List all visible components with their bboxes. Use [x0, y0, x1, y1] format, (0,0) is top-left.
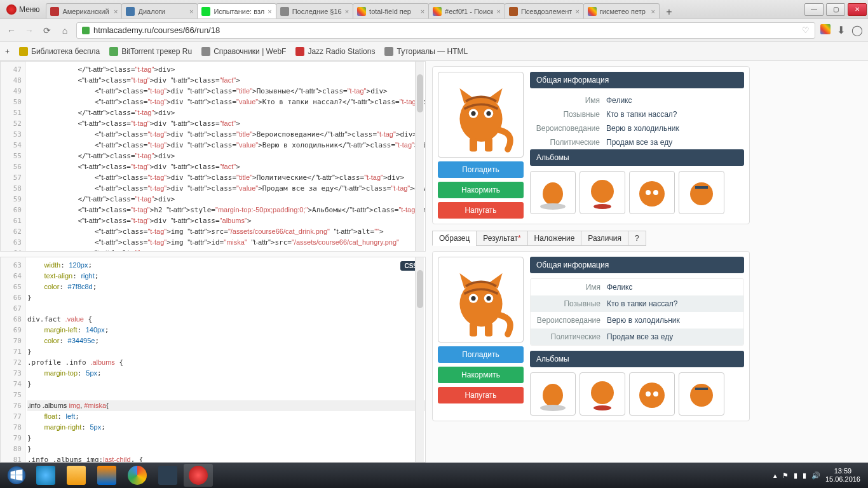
close-icon[interactable]: ×: [345, 8, 349, 15]
tray-volume-icon[interactable]: 🔊: [811, 471, 820, 480]
close-icon[interactable]: ×: [651, 8, 654, 15]
general-info-header: Общая информация: [530, 72, 744, 88]
profile-icon[interactable]: ◯: [851, 24, 863, 36]
albums-row: [530, 372, 744, 416]
tab-help[interactable]: ?: [628, 231, 646, 246]
profile-card: Погладить Накормить Напугать Общая инфор…: [432, 66, 750, 224]
feed-button[interactable]: Накормить: [438, 367, 524, 383]
svg-rect-6: [485, 138, 492, 152]
add-bookmark-button[interactable]: +: [5, 47, 10, 56]
tab-sample[interactable]: Образец: [432, 231, 477, 246]
tab-result[interactable]: Результат*: [476, 231, 527, 246]
svg-point-26: [593, 405, 611, 410]
album-thumb[interactable]: [629, 372, 675, 416]
cat-avatar-icon: [443, 77, 519, 153]
tab-american[interactable]: Американский×: [46, 3, 122, 18]
css-editor[interactable]: CSS 63 64 65 66 67 68 69 70 71 72 73 74 …: [0, 257, 426, 463]
close-icon[interactable]: ×: [189, 8, 193, 15]
svg-point-9: [591, 180, 614, 203]
general-info-header: Общая информация: [530, 257, 744, 273]
tab-diff[interactable]: Различия: [581, 231, 628, 246]
css-code-body[interactable]: width: 120px; text-align: right; color: …: [27, 257, 425, 463]
bookmark-bittorrent[interactable]: BitTorrent трекер Ru: [109, 47, 192, 56]
html-editor[interactable]: 47 48 49 50 51 52 53 54 55 56 57 58 59 6…: [0, 61, 426, 252]
opera-menu-button[interactable]: Меню: [0, 0, 46, 18]
scrollbar[interactable]: [415, 62, 424, 251]
forward-button[interactable]: →: [23, 24, 36, 37]
home-button[interactable]: ⌂: [58, 24, 71, 37]
tray-flag-icon[interactable]: ⚑: [782, 471, 789, 480]
svg-point-20: [486, 296, 491, 301]
avatar: [438, 72, 524, 158]
address-bar: ← → ⟳ ⌂ htmlacademy.ru/courses/66/run/18…: [0, 19, 868, 42]
minimize-button[interactable]: —: [804, 3, 824, 16]
cat-avatar-icon: [443, 262, 519, 338]
scare-button[interactable]: Напугать: [438, 202, 524, 219]
close-icon[interactable]: ×: [496, 8, 500, 15]
svg-point-12: [646, 190, 651, 195]
album-thumb[interactable]: [580, 372, 625, 416]
taskbar-chrome[interactable]: [123, 464, 152, 487]
svg-rect-31: [695, 388, 708, 390]
album-thumb[interactable]: [679, 171, 724, 214]
start-button[interactable]: [3, 464, 31, 487]
url-input[interactable]: htmlacademy.ru/courses/66/run/18 ♡: [76, 22, 815, 39]
album-thumb[interactable]: [530, 171, 576, 214]
tab-totalfield[interactable]: total-field пер×: [353, 3, 429, 18]
close-icon[interactable]: ×: [421, 8, 424, 15]
bookmark-tutorials[interactable]: Туториалы — HTML: [384, 47, 468, 56]
svg-point-23: [543, 384, 563, 407]
tray-up-icon[interactable]: ▴: [773, 471, 777, 480]
close-icon[interactable]: ×: [268, 8, 271, 15]
downloads-icon[interactable]: ⬇: [837, 24, 845, 36]
album-thumb[interactable]: [679, 372, 724, 416]
svg-point-14: [690, 182, 713, 205]
url-text: htmlacademy.ru/courses/66/run/18: [93, 25, 220, 35]
album-thumb[interactable]: [580, 171, 625, 214]
close-window-button[interactable]: ✕: [848, 3, 867, 16]
window-controls: — ▢ ✕: [803, 1, 868, 18]
svg-rect-22: [485, 323, 492, 337]
back-button[interactable]: ←: [5, 24, 18, 37]
svg-point-0: [459, 96, 502, 142]
svg-point-11: [639, 181, 665, 207]
tab-pseudo[interactable]: Псевдоэлемент×: [505, 3, 584, 18]
scrollbar[interactable]: [415, 257, 424, 462]
album-thumb[interactable]: [530, 372, 576, 416]
bookmark-heart-icon[interactable]: ♡: [802, 25, 810, 35]
html-code-body[interactable]: </"t-attr">class="t-tag">div> <"t-attr">…: [27, 62, 425, 252]
new-tab-button[interactable]: +: [663, 6, 675, 18]
tab-challenge[interactable]: Испытание: взл×: [197, 3, 276, 18]
bookmark-library[interactable]: Библиотека беспла: [19, 47, 100, 56]
bookmarks-bar: + Библиотека беспла BitTorrent трекер Ru…: [0, 42, 868, 61]
tab-recent[interactable]: Последние §16×: [276, 3, 353, 18]
scare-button[interactable]: Напугать: [438, 387, 524, 403]
bookmark-handbooks[interactable]: Справочники | WebF: [201, 47, 286, 56]
close-icon[interactable]: ×: [575, 8, 579, 15]
tab-overlay[interactable]: Наложение: [527, 231, 582, 246]
pet-button[interactable]: Погладить: [438, 161, 524, 178]
svg-point-27: [639, 383, 665, 408]
maximize-button[interactable]: ▢: [826, 3, 845, 16]
tray-network-icon[interactable]: ▮: [803, 471, 806, 480]
result-tabs: Образец Результат* Наложение Различия ?: [432, 231, 868, 246]
taskbar-player[interactable]: [153, 464, 182, 487]
clock[interactable]: 13:59 15.06.2016: [825, 467, 860, 484]
profile-card-sample: Погладить Накормить Напугать Общая инфор…: [432, 251, 750, 421]
svg-point-24: [540, 405, 566, 411]
taskbar-ie[interactable]: [31, 464, 60, 487]
taskbar-wmp[interactable]: [92, 464, 121, 487]
taskbar-opera[interactable]: [184, 464, 213, 487]
bookmark-jazz[interactable]: Jazz Radio Stations: [295, 47, 375, 56]
close-icon[interactable]: ×: [114, 8, 118, 15]
pet-button[interactable]: Погладить: [438, 346, 524, 363]
album-thumb[interactable]: [629, 171, 675, 214]
extension-icon[interactable]: [820, 24, 831, 34]
tray-battery-icon[interactable]: ▮: [794, 471, 797, 480]
tab-gismeteo[interactable]: гисметео петр×: [583, 3, 660, 18]
reload-button[interactable]: ⟳: [41, 24, 53, 37]
feed-button[interactable]: Накормить: [438, 182, 524, 198]
tab-dialogs[interactable]: Диалоги×: [121, 3, 198, 18]
taskbar-explorer[interactable]: [62, 464, 91, 487]
tab-ecf0f1[interactable]: #ecf0f1 - Поиск×: [428, 3, 505, 18]
